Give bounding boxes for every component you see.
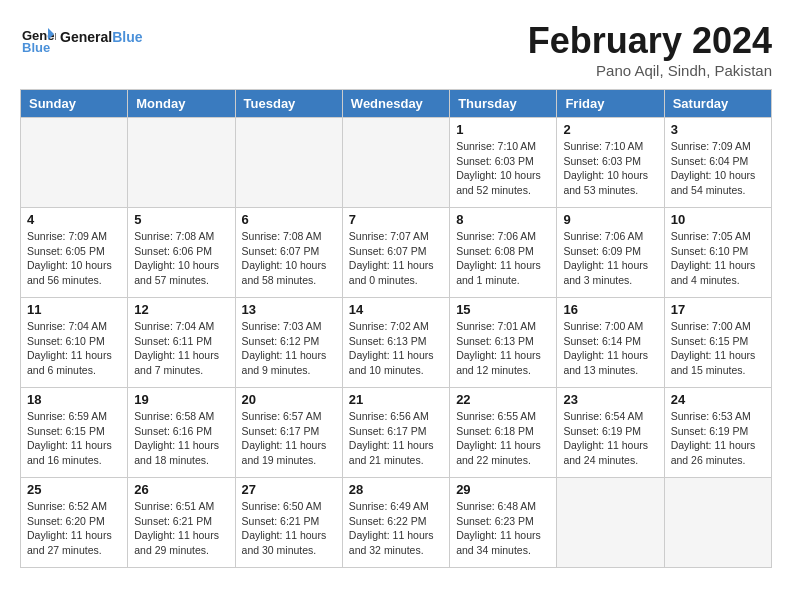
day-number: 2	[563, 122, 657, 137]
day-number: 11	[27, 302, 121, 317]
calendar-cell: 7Sunrise: 7:07 AM Sunset: 6:07 PM Daylig…	[342, 208, 449, 298]
location-title: Pano Aqil, Sindh, Pakistan	[528, 62, 772, 79]
day-number: 13	[242, 302, 336, 317]
day-info: Sunrise: 6:57 AM Sunset: 6:17 PM Dayligh…	[242, 409, 336, 468]
calendar-cell: 14Sunrise: 7:02 AM Sunset: 6:13 PM Dayli…	[342, 298, 449, 388]
calendar-cell: 13Sunrise: 7:03 AM Sunset: 6:12 PM Dayli…	[235, 298, 342, 388]
calendar-cell	[342, 118, 449, 208]
day-number: 12	[134, 302, 228, 317]
calendar-header-row: SundayMondayTuesdayWednesdayThursdayFrid…	[21, 90, 772, 118]
logo-general: General	[60, 29, 112, 45]
day-number: 7	[349, 212, 443, 227]
day-number: 22	[456, 392, 550, 407]
day-info: Sunrise: 7:07 AM Sunset: 6:07 PM Dayligh…	[349, 229, 443, 288]
day-info: Sunrise: 7:00 AM Sunset: 6:15 PM Dayligh…	[671, 319, 765, 378]
day-number: 1	[456, 122, 550, 137]
calendar-cell: 16Sunrise: 7:00 AM Sunset: 6:14 PM Dayli…	[557, 298, 664, 388]
calendar-cell: 9Sunrise: 7:06 AM Sunset: 6:09 PM Daylig…	[557, 208, 664, 298]
day-number: 5	[134, 212, 228, 227]
calendar-header-wednesday: Wednesday	[342, 90, 449, 118]
calendar-week-row: 25Sunrise: 6:52 AM Sunset: 6:20 PM Dayli…	[21, 478, 772, 568]
calendar-cell: 29Sunrise: 6:48 AM Sunset: 6:23 PM Dayli…	[450, 478, 557, 568]
calendar-cell: 4Sunrise: 7:09 AM Sunset: 6:05 PM Daylig…	[21, 208, 128, 298]
title-area: February 2024 Pano Aqil, Sindh, Pakistan	[528, 20, 772, 79]
calendar-cell: 18Sunrise: 6:59 AM Sunset: 6:15 PM Dayli…	[21, 388, 128, 478]
calendar-cell: 17Sunrise: 7:00 AM Sunset: 6:15 PM Dayli…	[664, 298, 771, 388]
day-number: 28	[349, 482, 443, 497]
day-number: 25	[27, 482, 121, 497]
calendar-header-thursday: Thursday	[450, 90, 557, 118]
day-number: 14	[349, 302, 443, 317]
day-info: Sunrise: 7:04 AM Sunset: 6:11 PM Dayligh…	[134, 319, 228, 378]
day-info: Sunrise: 6:55 AM Sunset: 6:18 PM Dayligh…	[456, 409, 550, 468]
calendar-cell: 22Sunrise: 6:55 AM Sunset: 6:18 PM Dayli…	[450, 388, 557, 478]
calendar-header-sunday: Sunday	[21, 90, 128, 118]
calendar-cell: 5Sunrise: 7:08 AM Sunset: 6:06 PM Daylig…	[128, 208, 235, 298]
day-info: Sunrise: 7:08 AM Sunset: 6:06 PM Dayligh…	[134, 229, 228, 288]
day-info: Sunrise: 7:10 AM Sunset: 6:03 PM Dayligh…	[563, 139, 657, 198]
logo: General Blue GeneralBlue	[20, 20, 142, 56]
day-info: Sunrise: 6:54 AM Sunset: 6:19 PM Dayligh…	[563, 409, 657, 468]
calendar-cell: 12Sunrise: 7:04 AM Sunset: 6:11 PM Dayli…	[128, 298, 235, 388]
day-number: 4	[27, 212, 121, 227]
day-info: Sunrise: 7:02 AM Sunset: 6:13 PM Dayligh…	[349, 319, 443, 378]
calendar-week-row: 1Sunrise: 7:10 AM Sunset: 6:03 PM Daylig…	[21, 118, 772, 208]
calendar-week-row: 11Sunrise: 7:04 AM Sunset: 6:10 PM Dayli…	[21, 298, 772, 388]
day-number: 23	[563, 392, 657, 407]
day-number: 24	[671, 392, 765, 407]
day-info: Sunrise: 7:10 AM Sunset: 6:03 PM Dayligh…	[456, 139, 550, 198]
day-info: Sunrise: 6:49 AM Sunset: 6:22 PM Dayligh…	[349, 499, 443, 558]
calendar-cell: 10Sunrise: 7:05 AM Sunset: 6:10 PM Dayli…	[664, 208, 771, 298]
day-number: 16	[563, 302, 657, 317]
calendar-cell	[235, 118, 342, 208]
day-number: 8	[456, 212, 550, 227]
calendar-cell	[21, 118, 128, 208]
day-number: 29	[456, 482, 550, 497]
day-number: 6	[242, 212, 336, 227]
calendar-week-row: 4Sunrise: 7:09 AM Sunset: 6:05 PM Daylig…	[21, 208, 772, 298]
calendar-cell: 23Sunrise: 6:54 AM Sunset: 6:19 PM Dayli…	[557, 388, 664, 478]
calendar-cell: 28Sunrise: 6:49 AM Sunset: 6:22 PM Dayli…	[342, 478, 449, 568]
day-info: Sunrise: 6:58 AM Sunset: 6:16 PM Dayligh…	[134, 409, 228, 468]
calendar-cell: 6Sunrise: 7:08 AM Sunset: 6:07 PM Daylig…	[235, 208, 342, 298]
month-title: February 2024	[528, 20, 772, 62]
day-number: 15	[456, 302, 550, 317]
calendar-header-monday: Monday	[128, 90, 235, 118]
day-info: Sunrise: 7:08 AM Sunset: 6:07 PM Dayligh…	[242, 229, 336, 288]
day-info: Sunrise: 7:05 AM Sunset: 6:10 PM Dayligh…	[671, 229, 765, 288]
calendar-cell: 1Sunrise: 7:10 AM Sunset: 6:03 PM Daylig…	[450, 118, 557, 208]
calendar-cell: 27Sunrise: 6:50 AM Sunset: 6:21 PM Dayli…	[235, 478, 342, 568]
day-info: Sunrise: 6:48 AM Sunset: 6:23 PM Dayligh…	[456, 499, 550, 558]
calendar-cell: 20Sunrise: 6:57 AM Sunset: 6:17 PM Dayli…	[235, 388, 342, 478]
day-info: Sunrise: 7:00 AM Sunset: 6:14 PM Dayligh…	[563, 319, 657, 378]
calendar-cell: 11Sunrise: 7:04 AM Sunset: 6:10 PM Dayli…	[21, 298, 128, 388]
day-number: 20	[242, 392, 336, 407]
day-info: Sunrise: 6:51 AM Sunset: 6:21 PM Dayligh…	[134, 499, 228, 558]
calendar-cell: 25Sunrise: 6:52 AM Sunset: 6:20 PM Dayli…	[21, 478, 128, 568]
day-info: Sunrise: 7:06 AM Sunset: 6:08 PM Dayligh…	[456, 229, 550, 288]
day-info: Sunrise: 7:09 AM Sunset: 6:05 PM Dayligh…	[27, 229, 121, 288]
day-info: Sunrise: 6:59 AM Sunset: 6:15 PM Dayligh…	[27, 409, 121, 468]
day-info: Sunrise: 7:09 AM Sunset: 6:04 PM Dayligh…	[671, 139, 765, 198]
calendar-cell: 2Sunrise: 7:10 AM Sunset: 6:03 PM Daylig…	[557, 118, 664, 208]
day-number: 27	[242, 482, 336, 497]
svg-text:Blue: Blue	[22, 40, 50, 55]
calendar-cell	[557, 478, 664, 568]
calendar-cell: 8Sunrise: 7:06 AM Sunset: 6:08 PM Daylig…	[450, 208, 557, 298]
day-number: 17	[671, 302, 765, 317]
day-number: 10	[671, 212, 765, 227]
day-info: Sunrise: 7:01 AM Sunset: 6:13 PM Dayligh…	[456, 319, 550, 378]
day-info: Sunrise: 6:52 AM Sunset: 6:20 PM Dayligh…	[27, 499, 121, 558]
calendar-cell	[664, 478, 771, 568]
calendar-header-friday: Friday	[557, 90, 664, 118]
day-info: Sunrise: 7:06 AM Sunset: 6:09 PM Dayligh…	[563, 229, 657, 288]
calendar-header-saturday: Saturday	[664, 90, 771, 118]
calendar-cell: 21Sunrise: 6:56 AM Sunset: 6:17 PM Dayli…	[342, 388, 449, 478]
calendar-cell	[128, 118, 235, 208]
day-number: 3	[671, 122, 765, 137]
day-number: 9	[563, 212, 657, 227]
day-number: 19	[134, 392, 228, 407]
calendar-table: SundayMondayTuesdayWednesdayThursdayFrid…	[20, 89, 772, 568]
logo-icon: General Blue	[20, 20, 56, 56]
day-info: Sunrise: 6:56 AM Sunset: 6:17 PM Dayligh…	[349, 409, 443, 468]
